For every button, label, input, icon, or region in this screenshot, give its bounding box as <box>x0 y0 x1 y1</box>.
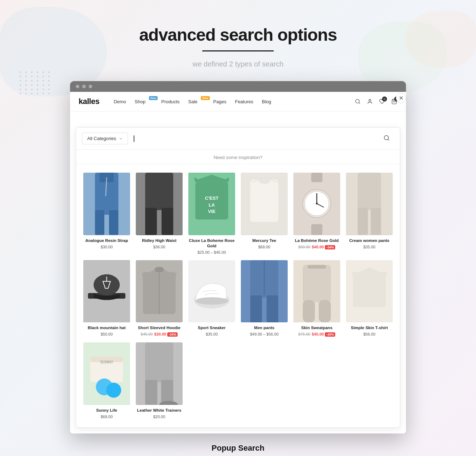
nav-links: Demo Shop New Products Sale New Pages Fe… <box>114 99 354 104</box>
nav-link-blog[interactable]: Blog <box>262 99 271 104</box>
svg-point-29 <box>316 203 318 204</box>
product-card[interactable]: Cream women pants $35.00 <box>343 170 396 257</box>
browser-dot-yellow <box>82 85 86 88</box>
nav-link-sale[interactable]: Sale New <box>188 99 205 104</box>
products-grid: Analogue Resin Strap $30.00 Ridley High … <box>76 164 400 427</box>
svg-rect-24 <box>311 224 322 235</box>
svg-rect-65 <box>145 380 157 405</box>
modal-close-button[interactable]: ✕ <box>396 93 406 103</box>
nav-logo: kalles <box>79 97 99 106</box>
svg-point-1 <box>369 99 371 101</box>
product-name: Men pants <box>241 325 288 331</box>
svg-point-44 <box>195 297 228 304</box>
search-nav-icon[interactable] <box>354 98 361 105</box>
category-select-label: All Categories <box>87 136 116 141</box>
user-nav-icon[interactable] <box>367 98 373 105</box>
product-name: La Bohème Rose Gold <box>293 238 340 243</box>
product-image <box>293 173 340 235</box>
product-image <box>136 260 183 323</box>
product-name: Mercury Tee <box>241 238 288 243</box>
product-card[interactable]: C'EST LA VIE Cluse La Boheme Rose Gold $… <box>185 170 238 257</box>
svg-rect-20 <box>250 180 278 222</box>
svg-rect-66 <box>161 380 173 405</box>
svg-rect-48 <box>267 295 278 322</box>
svg-point-62 <box>106 383 121 398</box>
product-name: Cream women pants <box>346 238 393 243</box>
product-image <box>293 260 340 323</box>
product-price: $60.00$40.00-34% <box>293 245 340 249</box>
svg-text:SUNNY: SUNNY <box>100 360 113 364</box>
search-cursor <box>134 135 134 142</box>
product-card[interactable]: Men pants $49.00 – $56.00 <box>238 257 291 340</box>
product-image <box>136 342 183 405</box>
product-image <box>241 260 288 323</box>
nav-link-shop[interactable]: Shop New <box>135 99 153 104</box>
nav-link-pages[interactable]: Pages <box>213 99 227 104</box>
product-price: $75.00$45.00-40% <box>293 332 340 337</box>
svg-rect-53 <box>319 300 331 322</box>
product-image: C'EST LA VIE <box>188 173 235 235</box>
product-name: Cluse La Boheme Rose Gold <box>188 238 235 249</box>
nav-icons: 0 7 <box>354 98 397 105</box>
product-name: Ridley High Waist <box>136 238 183 243</box>
product-price: $30.00 <box>83 245 130 249</box>
nav-link-demo[interactable]: Demo <box>114 99 126 104</box>
product-name: Black mountain hat <box>83 325 130 331</box>
product-card[interactable]: Skin Sweatpans $75.00$45.00-40% <box>291 257 343 340</box>
search-input-wrapper[interactable] <box>134 135 394 142</box>
product-card[interactable]: La Bohème Rose Gold $60.00$40.00-34% <box>291 170 343 257</box>
product-image <box>136 173 183 235</box>
svg-text:C'EST: C'EST <box>205 195 218 201</box>
page-subtitle: we defined 2 types of search <box>193 60 284 68</box>
product-name: Sport Sneaker <box>188 325 235 331</box>
product-card[interactable]: Simple Skin T-shirt $56.00 <box>343 257 396 340</box>
nav-badge-new: New <box>149 96 158 100</box>
nav-link-features[interactable]: Features <box>235 99 253 104</box>
product-name: Analogue Resin Strap <box>83 238 130 243</box>
nav-badge-sale-new: New <box>201 96 209 100</box>
search-modal: All Categories <box>76 127 400 428</box>
svg-text:LA: LA <box>209 202 215 208</box>
svg-point-21 <box>259 178 270 184</box>
wishlist-nav-icon[interactable]: 0 <box>379 98 385 105</box>
product-card[interactable]: SUNNY Sunny Life $68.00 <box>80 339 133 422</box>
svg-rect-32 <box>358 208 368 235</box>
product-card[interactable]: Sport Sneaker $35.00 <box>185 257 238 340</box>
product-card[interactable]: Mercury Tee $68.00 <box>238 170 291 257</box>
svg-rect-54 <box>307 265 326 268</box>
search-modal-container: ✕ All Categories <box>70 111 406 428</box>
product-name: Sunny Life <box>83 408 130 413</box>
page-title: advanced search options <box>139 25 337 45</box>
product-price: $20.00 <box>136 415 183 419</box>
search-submit-button[interactable] <box>383 135 391 143</box>
title-underline <box>202 50 274 51</box>
browser-window: kalles Demo Shop New Products Sale New P… <box>70 81 406 433</box>
svg-rect-52 <box>303 300 315 322</box>
svg-rect-47 <box>250 295 262 322</box>
product-image <box>83 260 130 323</box>
svg-point-0 <box>356 99 360 103</box>
product-price: $45.00$30.00-34% <box>136 332 183 337</box>
svg-rect-13 <box>162 208 173 235</box>
svg-rect-31 <box>358 173 381 210</box>
product-card[interactable]: Leather White Trainers $20.00 <box>133 339 185 422</box>
category-select[interactable]: All Categories <box>82 133 128 144</box>
product-card[interactable]: Analogue Resin Strap $30.00 <box>80 170 133 257</box>
svg-rect-9 <box>109 210 118 235</box>
svg-rect-11 <box>145 173 173 210</box>
product-price: $56.00 <box>346 332 393 336</box>
svg-point-3 <box>384 135 388 140</box>
product-card[interactable]: Black mountain hat $50.00 <box>80 257 133 340</box>
product-card[interactable]: Short Sleeved Hoodie $45.00$30.00-34% <box>133 257 185 340</box>
svg-rect-56 <box>353 272 386 307</box>
inspiration-label: Need some inspiration? <box>76 150 400 164</box>
browser-content: kalles Demo Shop New Products Sale New P… <box>70 92 406 433</box>
product-card[interactable]: Ridley High Waist $36.00 <box>133 170 185 257</box>
product-name: Short Sleeved Hoodie <box>136 325 183 331</box>
wishlist-badge: 0 <box>382 96 387 101</box>
product-name: Simple Skin T-shirt <box>346 325 393 331</box>
product-price: $68.00 <box>83 415 130 419</box>
browser-dot-red <box>76 85 79 88</box>
nav-link-products[interactable]: Products <box>161 99 179 104</box>
svg-rect-64 <box>145 342 173 382</box>
